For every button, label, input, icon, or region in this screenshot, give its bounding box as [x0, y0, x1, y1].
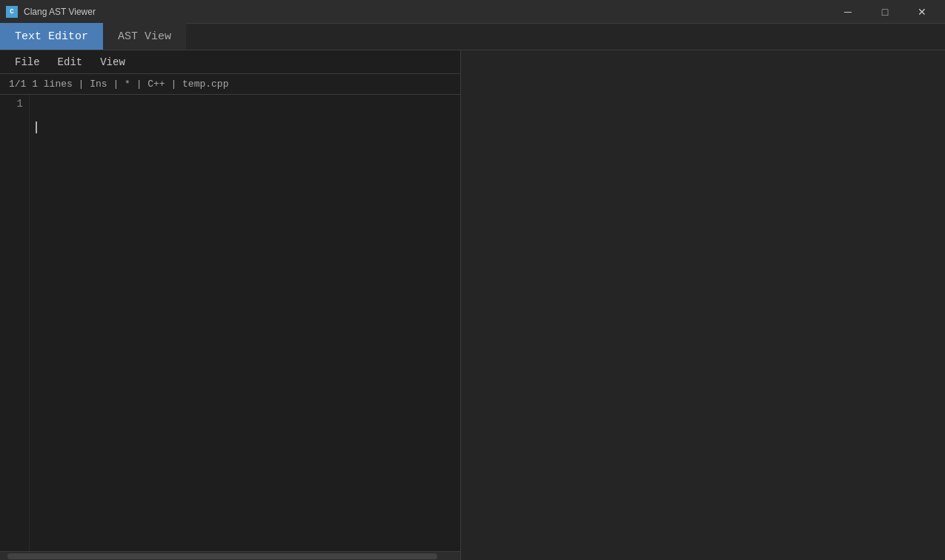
- ast-content: [461, 50, 945, 560]
- text-editor-panel: File Edit View 1/1 1 lines | Ins | * | C…: [0, 50, 461, 560]
- menu-edit[interactable]: Edit: [49, 55, 92, 70]
- app-icon: C: [6, 6, 18, 18]
- tab-text-editor[interactable]: Text Editor: [0, 23, 103, 50]
- menu-file[interactable]: File: [6, 55, 49, 70]
- minimize-button[interactable]: ─: [831, 0, 865, 24]
- main-content: File Edit View 1/1 1 lines | Ins | * | C…: [0, 50, 945, 560]
- tab-ast-view[interactable]: AST View: [103, 23, 186, 50]
- ast-view-panel: [461, 50, 945, 560]
- menu-bar: File Edit View: [0, 50, 460, 74]
- menu-view[interactable]: View: [91, 55, 134, 70]
- editor-area: 1: [0, 95, 460, 560]
- line-numbers: 1: [0, 95, 30, 551]
- code-editor[interactable]: [30, 95, 460, 551]
- horizontal-scrollbar[interactable]: [0, 551, 460, 560]
- close-button[interactable]: ✕: [905, 0, 939, 24]
- maximize-button[interactable]: □: [868, 0, 902, 24]
- cursor-line: [36, 121, 454, 133]
- window-controls: ─ □ ✕: [831, 0, 939, 24]
- editor-content: 1: [0, 95, 460, 551]
- window-title: Clang AST Viewer: [24, 7, 96, 17]
- scrollbar-thumb[interactable]: [7, 553, 437, 559]
- line-number-1: 1: [3, 98, 23, 110]
- editor-status-bar: 1/1 1 lines | Ins | * | C++ | temp.cpp: [0, 74, 460, 95]
- title-bar: C Clang AST Viewer ─ □ ✕: [0, 0, 945, 24]
- tab-bar: Text Editor AST View: [0, 24, 945, 50]
- title-bar-left: C Clang AST Viewer: [6, 6, 96, 18]
- text-cursor: [36, 121, 37, 133]
